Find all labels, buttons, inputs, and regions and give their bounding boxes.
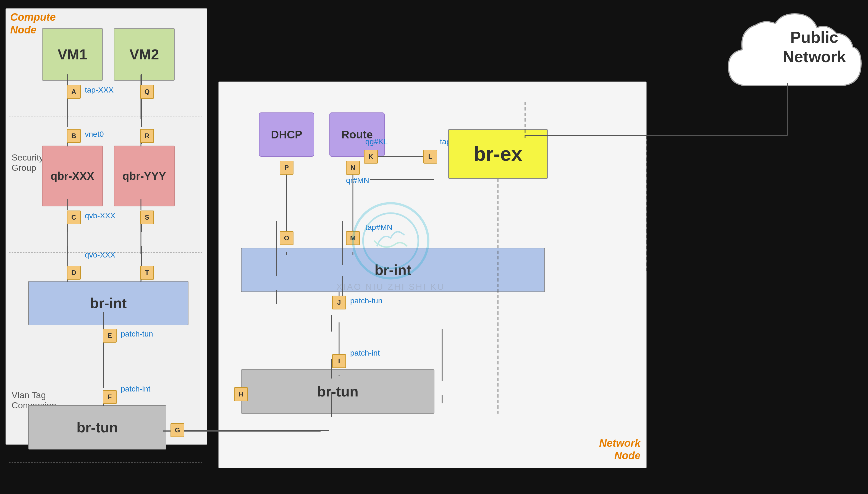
br-ex-label: br-ex bbox=[474, 142, 522, 165]
port-H: H bbox=[234, 387, 248, 401]
port-J-label: J bbox=[337, 299, 341, 306]
security-group-label: Security Group bbox=[12, 153, 44, 173]
port-Q-label: Q bbox=[145, 88, 150, 96]
port-E-label: E bbox=[108, 332, 112, 340]
br-int-network: br-int bbox=[241, 248, 545, 292]
network-node: Network Node DHCP Route K qg#KL L tap#KL… bbox=[218, 81, 647, 468]
dashed-separator-4 bbox=[9, 462, 202, 462]
patch-tun-network-label: patch-tun bbox=[350, 297, 382, 305]
port-O: O bbox=[280, 231, 294, 245]
port-J: J bbox=[332, 296, 346, 309]
port-C-label: C bbox=[71, 213, 76, 221]
port-S-label: S bbox=[145, 213, 149, 221]
dhcp-label: DHCP bbox=[271, 129, 302, 141]
qbr-xxx-label: qbr-XXX bbox=[51, 170, 94, 182]
tap-mn-label: tap#MN bbox=[365, 223, 392, 232]
vnet0-label: vnet0 bbox=[85, 130, 104, 139]
public-network-label: Public Network bbox=[782, 27, 846, 66]
vm1-label: VM1 bbox=[58, 46, 87, 63]
port-K-label: K bbox=[369, 153, 373, 160]
port-L-label: L bbox=[428, 153, 433, 160]
vm1-box: VM1 bbox=[42, 28, 103, 81]
port-G: G bbox=[170, 423, 184, 437]
port-B: B bbox=[67, 129, 81, 143]
network-node-label: Network Node bbox=[599, 437, 641, 462]
qbr-xxx-box: qbr-XXX bbox=[42, 146, 103, 206]
port-I: I bbox=[332, 354, 346, 368]
vm2-label: VM2 bbox=[130, 46, 159, 63]
port-A-label: A bbox=[71, 88, 76, 96]
patch-tun-compute-label: patch-tun bbox=[121, 329, 153, 339]
qg-kl-label: qg#KL bbox=[365, 137, 388, 146]
compute-node: Compute Node Security Group Vlan Tag Con… bbox=[5, 8, 207, 445]
port-Q: Q bbox=[140, 85, 154, 99]
qvo-xxx-label: qvo-XXX bbox=[85, 251, 115, 260]
port-B-label: B bbox=[71, 132, 76, 140]
port-D-label: D bbox=[71, 269, 76, 277]
tap-xxx-label: tap-XXX bbox=[85, 86, 114, 94]
br-ex-box: br-ex bbox=[448, 129, 548, 179]
br-int-network-label: br-int bbox=[375, 262, 412, 278]
port-C: C bbox=[67, 211, 81, 224]
port-H-label: H bbox=[239, 391, 243, 398]
diagram-area: Compute Node Security Group Vlan Tag Con… bbox=[0, 0, 868, 494]
br-tun-network-label: br-tun bbox=[317, 383, 358, 400]
br-int-compute-label: br-int bbox=[90, 295, 127, 311]
br-tun-compute: br-tun bbox=[28, 405, 166, 450]
port-F-label: F bbox=[108, 393, 112, 401]
port-D: D bbox=[67, 266, 81, 280]
vm2-box: VM2 bbox=[114, 28, 175, 81]
port-N: N bbox=[346, 161, 360, 175]
patch-int-network-label: patch-int bbox=[350, 349, 380, 358]
port-P: P bbox=[280, 161, 294, 175]
port-L: L bbox=[423, 150, 437, 164]
port-R-label: R bbox=[145, 132, 149, 140]
dhcp-box: DHCP bbox=[259, 112, 314, 157]
port-T-label: T bbox=[145, 269, 149, 277]
dashed-separator-1 bbox=[9, 117, 202, 117]
port-N-label: N bbox=[351, 164, 355, 172]
br-tun-network: br-tun bbox=[241, 369, 434, 414]
port-I-label: I bbox=[338, 357, 340, 365]
port-M-label: M bbox=[350, 234, 356, 242]
port-T: T bbox=[140, 266, 154, 280]
dashed-separator-3 bbox=[9, 371, 202, 371]
qbr-yyy-label: qbr-YYY bbox=[122, 170, 166, 182]
qvb-xxx-label: qvb-XXX bbox=[85, 211, 115, 220]
port-E: E bbox=[103, 329, 117, 343]
br-tun-compute-label: br-tun bbox=[77, 419, 118, 436]
port-A: A bbox=[67, 85, 81, 99]
port-P-label: P bbox=[284, 164, 289, 172]
port-S: S bbox=[140, 211, 154, 224]
br-int-compute: br-int bbox=[28, 281, 188, 325]
port-M: M bbox=[346, 231, 360, 245]
port-K: K bbox=[364, 150, 378, 164]
port-F: F bbox=[103, 390, 117, 404]
port-R: R bbox=[140, 129, 154, 143]
port-G-label: G bbox=[175, 426, 180, 434]
patch-int-compute-label: patch-int bbox=[121, 385, 150, 394]
qbr-yyy-box: qbr-YYY bbox=[114, 146, 175, 206]
port-O-label: O bbox=[284, 234, 289, 242]
qr-mn-label: qr#MN bbox=[346, 176, 369, 185]
